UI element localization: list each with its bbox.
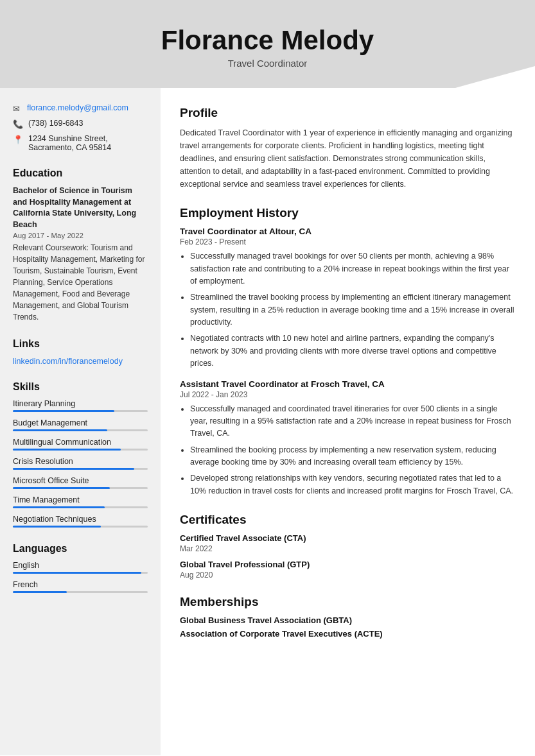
language-item: French [13, 580, 148, 593]
membership-entry: Global Business Travel Association (GBTA… [180, 615, 516, 625]
skill-bar-bg [13, 487, 148, 489]
skill-bar-fill [13, 410, 114, 412]
skill-item: Microsoft Office Suite [13, 476, 148, 489]
skill-bar-bg [13, 410, 148, 412]
skill-bar-bg [13, 468, 148, 470]
main-content: Profile Dedicated Travel Coordinator wit… [161, 88, 535, 755]
skill-name: Multilingual Communication [13, 438, 148, 447]
job-bullets: Successfully managed and coordinated tra… [180, 403, 516, 498]
contact-address: 📍 1234 Sunshine Street, Sacramento, CA 9… [13, 134, 148, 152]
skill-item: Time Management [13, 495, 148, 508]
language-item: English [13, 561, 148, 574]
sidebar: ✉ florance.melody@gmail.com 📞 (738) 169-… [0, 88, 161, 755]
education-section: Education Bachelor of Science in Tourism… [13, 168, 148, 323]
skill-name: Itinerary Planning [13, 399, 148, 408]
body-layout: ✉ florance.melody@gmail.com 📞 (738) 169-… [0, 88, 535, 755]
job-bullet: Successfully managed and coordinated tra… [190, 403, 516, 440]
language-bar-fill [13, 591, 67, 593]
skill-bar-bg [13, 526, 148, 528]
cert-entry: Global Travel Professional (GTP) Aug 202… [180, 560, 516, 580]
skill-name: Microsoft Office Suite [13, 476, 148, 485]
phone-number: (738) 169-6843 [28, 119, 83, 128]
job-title: Assistant Travel Coordinator at Frosch T… [180, 379, 516, 389]
education-coursework: Relevant Coursework: Tourism and Hospita… [13, 242, 148, 323]
contact-phone: 📞 (738) 169-6843 [13, 119, 148, 129]
skill-item: Budget Management [13, 418, 148, 431]
memberships-section: Memberships Global Business Travel Assoc… [180, 595, 516, 639]
email-icon: ✉ [13, 104, 22, 114]
contact-email: ✉ florance.melody@gmail.com [13, 103, 148, 114]
skill-item: Crisis Resolution [13, 457, 148, 470]
languages-title: Languages [13, 543, 148, 554]
candidate-title: Travel Coordinator [13, 58, 522, 69]
skill-bar-bg [13, 429, 148, 431]
skill-bar-bg [13, 506, 148, 508]
links-section: Links linkedin.com/in/florancemelody [13, 338, 148, 366]
job-entry: Travel Coordinator at Altour, CA Feb 202… [180, 227, 516, 370]
education-degree: Bachelor of Science in Tourism and Hospi… [13, 185, 148, 230]
links-title: Links [13, 338, 148, 350]
language-bar-bg [13, 572, 148, 574]
skill-item: Negotiation Techniques [13, 515, 148, 528]
employment-title: Employment History [180, 206, 516, 220]
skills-section: Skills Itinerary Planning Budget Managem… [13, 381, 148, 528]
profile-text: Dedicated Travel Coordinator with 1 year… [180, 126, 516, 191]
skill-name: Negotiation Techniques [13, 515, 148, 524]
jobs-list: Travel Coordinator at Altour, CA Feb 202… [180, 227, 516, 497]
skill-name: Budget Management [13, 418, 148, 427]
job-entry: Assistant Travel Coordinator at Frosch T… [180, 379, 516, 498]
skill-bar-fill [13, 449, 121, 451]
linkedin-link[interactable]: linkedin.com/in/florancemelody [13, 357, 123, 366]
location-icon: 📍 [13, 135, 23, 144]
certs-list: Certified Travel Associate (CTA) Mar 202… [180, 533, 516, 580]
cert-name: Global Travel Professional (GTP) [180, 560, 516, 569]
cert-date: Mar 2022 [180, 544, 516, 553]
cert-date: Aug 2020 [180, 571, 516, 580]
job-bullet: Streamlined the travel booking process b… [190, 291, 516, 329]
skill-bar-fill [13, 526, 101, 528]
cert-entry: Certified Travel Associate (CTA) Mar 202… [180, 533, 516, 553]
skill-name: Time Management [13, 495, 148, 504]
profile-title: Profile [180, 106, 516, 120]
skill-bar-fill [13, 468, 134, 470]
skill-bar-bg [13, 449, 148, 451]
skill-bar-fill [13, 429, 107, 431]
employment-section: Employment History Travel Coordinator at… [180, 206, 516, 497]
job-bullet: Developed strong relationships with key … [190, 472, 516, 497]
education-title: Education [13, 168, 148, 179]
certificates-section: Certificates Certified Travel Associate … [180, 513, 516, 580]
skill-bar-fill [13, 506, 105, 508]
skill-item: Itinerary Planning [13, 399, 148, 412]
candidate-name: Florance Melody [13, 26, 522, 55]
skills-title: Skills [13, 381, 148, 393]
languages-list: English French [13, 561, 148, 593]
contact-section: ✉ florance.melody@gmail.com 📞 (738) 169-… [13, 103, 148, 152]
memberships-title: Memberships [180, 595, 516, 609]
skills-list: Itinerary Planning Budget Management Mul… [13, 399, 148, 528]
job-bullets: Successfully managed travel bookings for… [180, 250, 516, 370]
memberships-list: Global Business Travel Association (GBTA… [180, 615, 516, 639]
job-bullet: Streamlined the booking process by imple… [190, 444, 516, 469]
languages-section: Languages English French [13, 543, 148, 593]
language-bar-fill [13, 572, 141, 574]
job-dates: Jul 2022 - Jan 2023 [180, 390, 516, 399]
membership-entry: Association of Corporate Travel Executiv… [180, 629, 516, 639]
resume-header: Florance Melody Travel Coordinator [0, 0, 535, 88]
address-text: 1234 Sunshine Street, Sacramento, CA 958… [28, 134, 111, 152]
language-bar-bg [13, 591, 148, 593]
email-link[interactable]: florance.melody@gmail.com [27, 103, 128, 112]
skill-bar-fill [13, 487, 110, 489]
job-bullet: Negotiated contracts with 10 new hotel a… [190, 332, 516, 370]
education-dates: Aug 2017 - May 2022 [13, 232, 148, 239]
language-name: English [13, 561, 148, 570]
skill-item: Multilingual Communication [13, 438, 148, 451]
job-title: Travel Coordinator at Altour, CA [180, 227, 516, 236]
job-dates: Feb 2023 - Present [180, 237, 516, 246]
skill-name: Crisis Resolution [13, 457, 148, 466]
job-bullet: Successfully managed travel bookings for… [190, 250, 516, 288]
cert-name: Certified Travel Associate (CTA) [180, 533, 516, 543]
language-name: French [13, 580, 148, 589]
certificates-title: Certificates [180, 513, 516, 527]
phone-icon: 📞 [13, 119, 23, 129]
profile-section: Profile Dedicated Travel Coordinator wit… [180, 106, 516, 191]
